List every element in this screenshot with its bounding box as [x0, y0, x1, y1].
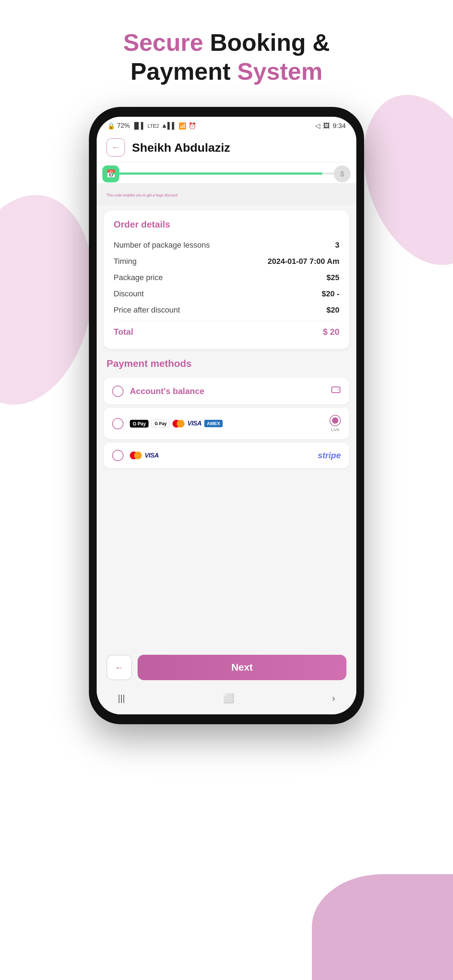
balance-label: Account's balance	[130, 386, 204, 396]
signal-bars: ▐▌▌	[132, 122, 145, 129]
alarm-icon: ⏰	[188, 122, 196, 130]
order-card-title: Order details	[114, 219, 339, 230]
phone-nav-bar: ||| ⬜ ›	[97, 687, 356, 714]
time-display: 9:34	[333, 122, 346, 130]
order-row-total: Total $ 20	[114, 321, 339, 340]
discount-banner: This code enables you to get a huge disc…	[97, 183, 356, 205]
wifi-icon: ▲▌▌	[161, 122, 176, 129]
wallet-icon	[331, 385, 341, 397]
payment-option-digital[interactable]: G Pay G Pay VISA AMEX Live	[104, 408, 349, 439]
next-label: Next	[231, 662, 253, 673]
dollar-icon: $	[340, 170, 344, 178]
app-header: ← Sheikh Abdulaziz	[97, 133, 356, 162]
stripe-payment-icons: VISA	[130, 452, 312, 459]
radio-balance[interactable]	[112, 386, 124, 397]
discount-message: This code enables you to get a huge disc…	[106, 193, 178, 197]
order-row-timing: Timing 2024-01-07 7:00 Am	[114, 253, 339, 269]
status-left: 🔒 72% ▐▌▌ LTE2 ▲▌▌ 📶 ⏰	[107, 122, 196, 130]
radio-digital[interactable]	[112, 418, 124, 430]
nav-back-icon[interactable]: ›	[332, 693, 335, 704]
package-price-value: $25	[326, 273, 339, 282]
payment-option-balance[interactable]: Account's balance	[104, 378, 349, 404]
status-bar: 🔒 72% ▐▌▌ LTE2 ▲▌▌ 📶 ⏰ ◁ 🖼 9:34	[97, 117, 356, 133]
page-title-section: Secure Booking & Payment System	[0, 0, 453, 100]
order-row-price-after: Price after discount $20	[114, 302, 339, 318]
svg-rect-0	[332, 387, 340, 393]
radio-digital-selected[interactable]	[329, 415, 341, 426]
total-value: $ 20	[323, 327, 339, 337]
next-button[interactable]: Next	[138, 655, 347, 680]
order-details-card: Order details Number of package lessons …	[104, 211, 349, 349]
digital-payment-icons: G Pay G Pay VISA AMEX	[130, 420, 323, 428]
gpay-icon: G Pay	[130, 420, 149, 428]
nav-home-icon[interactable]: ⬜	[223, 693, 234, 704]
progress-track	[112, 172, 341, 175]
gpay-white-icon: G Pay	[151, 420, 170, 428]
title-word-system: System	[237, 58, 323, 85]
order-row-package-price: Package price $25	[114, 269, 339, 286]
back-square-icon: ←	[114, 662, 124, 673]
image-icon: 🖼	[323, 122, 330, 130]
progress-end-icon: $	[334, 165, 351, 182]
phone-screen: 🔒 72% ▐▌▌ LTE2 ▲▌▌ 📶 ⏰ ◁ 🖼 9:34 ←	[97, 117, 356, 714]
package-price-label: Package price	[114, 273, 163, 282]
price-after-label: Price after discount	[114, 305, 180, 315]
battery-text: 72%	[117, 122, 130, 129]
order-row-discount: Discount $20 -	[114, 286, 339, 302]
back-button[interactable]: ←	[106, 138, 125, 157]
price-after-value: $20	[326, 305, 339, 315]
total-label: Total	[114, 327, 134, 337]
payment-section-title: Payment methods	[97, 355, 356, 374]
progress-section: 📅 $	[97, 162, 356, 183]
mastercard-stripe-icon	[130, 452, 142, 459]
payment-option-stripe[interactable]: VISA stripe	[104, 443, 349, 468]
nav-recent-icon[interactable]: |||	[118, 693, 125, 704]
lte-text: LTE2	[148, 123, 159, 129]
title-word-payment: Payment	[130, 58, 237, 85]
screen-title: Sheikh Abdulaziz	[132, 141, 230, 154]
scroll-content: This code enables you to get a huge disc…	[97, 183, 356, 649]
order-row-lessons: Number of package lessons 3	[114, 237, 339, 253]
lessons-label: Number of package lessons	[114, 240, 210, 250]
phone-frame: 🔒 72% ▐▌▌ LTE2 ▲▌▌ 📶 ⏰ ◁ 🖼 9:34 ←	[89, 107, 364, 724]
wifi-signal: 📶	[178, 122, 186, 130]
visa-text: VISA	[188, 420, 202, 427]
visa-stripe-text: VISA	[145, 452, 159, 459]
progress-wrapper: 📅 $	[106, 172, 347, 175]
timing-value: 2024-01-07 7:00 Am	[268, 257, 339, 266]
title-word-booking: Booking &	[210, 29, 330, 56]
mastercard-icon	[173, 420, 184, 428]
amex-icon: AMEX	[204, 420, 223, 427]
discount-value: $20 -	[322, 289, 339, 298]
stripe-logo: stripe	[318, 450, 341, 460]
bottom-actions: ← Next	[97, 649, 356, 687]
title-word-secure: Secure	[123, 29, 203, 56]
back-square-button[interactable]: ←	[106, 655, 132, 680]
live-badge: Live	[331, 427, 339, 432]
back-arrow-icon: ←	[112, 143, 119, 152]
timing-label: Timing	[114, 257, 137, 266]
lessons-value: 3	[335, 240, 339, 250]
battery-icon: 🔒	[107, 122, 115, 130]
status-right: ◁ 🖼 9:34	[315, 122, 346, 130]
bg-decoration-3	[312, 874, 453, 980]
phone-wrapper: 🔒 72% ▐▌▌ LTE2 ▲▌▌ 📶 ⏰ ◁ 🖼 9:34 ←	[0, 107, 453, 724]
location-icon: ◁	[315, 122, 320, 130]
radio-stripe[interactable]	[112, 450, 124, 461]
discount-label: Discount	[114, 289, 144, 298]
progress-fill	[112, 172, 323, 175]
